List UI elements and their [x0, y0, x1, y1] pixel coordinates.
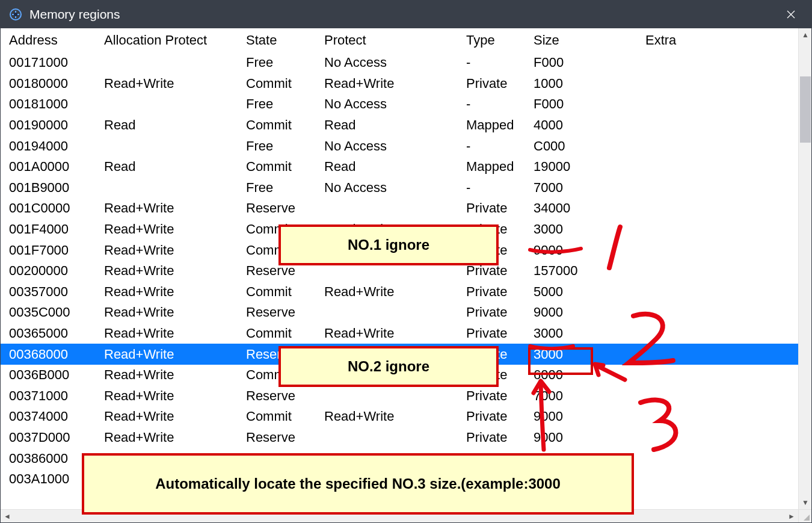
cell-address: 001F4000	[1, 221, 102, 237]
window-titlebar[interactable]: Memory regions	[1, 1, 811, 28]
cell-alloc: Read+Write	[102, 409, 244, 424]
table-row[interactable]: 001B9000FreeNo Access-7000	[1, 178, 798, 199]
cell-size: 9000	[531, 430, 643, 445]
cell-address: 00181000	[1, 96, 102, 112]
col-address[interactable]: Address	[1, 32, 102, 48]
cell-type: Private	[464, 409, 531, 424]
cell-alloc: Read+Write	[102, 430, 244, 445]
cell-state: Reserve	[244, 430, 322, 445]
scroll-up-icon[interactable]: ▲	[799, 28, 812, 42]
svg-point-3	[14, 13, 17, 16]
cell-address: 001F7000	[1, 243, 102, 258]
table-row[interactable]: 0037D000Read+WriteReservePrivate9000	[1, 427, 798, 448]
app-icon	[8, 7, 23, 22]
cell-protect: Read+Write	[322, 284, 464, 300]
table-row[interactable]: 00194000FreeNo Access-C000	[1, 135, 798, 156]
cell-size: 7000	[531, 388, 643, 404]
cell-size: 7000	[531, 180, 643, 196]
cell-type: Private	[464, 430, 531, 445]
col-protect[interactable]: Protect	[322, 32, 464, 48]
memory-table-viewport[interactable]: Address Allocation Protect State Protect…	[1, 28, 798, 509]
table-row[interactable]: 00171000FreeNo Access-F000	[1, 52, 798, 73]
table-row[interactable]: 001C0000Read+WriteReservePrivate34000	[1, 198, 798, 219]
cell-address: 0036B000	[1, 367, 102, 383]
cell-size: F000	[531, 96, 643, 112]
table-row[interactable]: 00365000Read+WriteCommitRead+WritePrivat…	[1, 323, 798, 344]
cell-alloc: Read+Write	[102, 284, 244, 300]
cell-size: 3000	[531, 326, 643, 341]
annotation-highlight-size	[528, 347, 593, 375]
table-row[interactable]: 00180000Read+WriteCommitRead+WritePrivat…	[1, 73, 798, 94]
vertical-scrollbar[interactable]: ▲ ▼	[798, 28, 811, 509]
close-button[interactable]	[778, 1, 804, 28]
table-row[interactable]: 00357000Read+WriteCommitRead+WritePrivat…	[1, 282, 798, 303]
col-size[interactable]: Size	[531, 32, 643, 48]
annotation-box-1: NO.1 ignore	[278, 224, 499, 265]
table-row[interactable]: 00374000Read+WriteCommitRead+WritePrivat…	[1, 406, 798, 427]
cell-alloc: Read+Write	[102, 200, 244, 216]
scroll-left-icon[interactable]: ◄	[1, 510, 14, 523]
scroll-thumb[interactable]	[800, 76, 811, 143]
cell-size: 4000	[531, 117, 643, 133]
scroll-right-icon[interactable]: ►	[785, 510, 798, 523]
cell-address: 00374000	[1, 409, 102, 424]
table-row[interactable]: 00181000FreeNo Access-F000	[1, 94, 798, 115]
column-headers[interactable]: Address Allocation Protect State Protect…	[1, 28, 798, 52]
window-title: Memory regions	[29, 7, 778, 22]
cell-address: 001A0000	[1, 159, 102, 175]
cell-type: Private	[464, 200, 531, 216]
cell-type: Private	[464, 326, 531, 341]
cell-type: Private	[464, 263, 531, 279]
cell-size: F000	[531, 55, 643, 70]
cell-alloc: Read+Write	[102, 347, 244, 362]
cell-address: 00200000	[1, 263, 102, 279]
cell-type: Mapped	[464, 159, 531, 175]
cell-protect: No Access	[322, 138, 464, 154]
cell-alloc: Read+Write	[102, 76, 244, 91]
cell-address: 00194000	[1, 138, 102, 154]
cell-size: 34000	[531, 200, 643, 216]
cell-size: 3000	[531, 221, 643, 237]
cell-address: 00371000	[1, 388, 102, 404]
cell-alloc: Read	[102, 159, 244, 175]
cell-size: C000	[531, 138, 643, 154]
cell-size: 9000	[531, 243, 643, 258]
cell-address: 00180000	[1, 76, 102, 91]
cell-address: 0037D000	[1, 430, 102, 445]
scroll-down-icon[interactable]: ▼	[799, 496, 812, 509]
annotation-box-3: Automatically locate the specified NO.3 …	[82, 453, 634, 515]
table-row[interactable]: 00190000ReadCommitReadMapped4000	[1, 115, 798, 136]
cell-alloc: Read	[102, 117, 244, 133]
col-alloc-protect[interactable]: Allocation Protect	[102, 32, 244, 48]
cell-state: Reserve	[244, 388, 322, 404]
cell-type: -	[464, 55, 531, 70]
cell-type: Mapped	[464, 117, 531, 133]
cell-state: Commit	[244, 159, 322, 175]
cell-state: Free	[244, 55, 322, 70]
table-row[interactable]: 001A0000ReadCommitReadMapped19000	[1, 156, 798, 178]
resize-grip-icon[interactable]	[798, 509, 811, 522]
annotation-box-2: NO.2 ignore	[278, 346, 499, 387]
cell-size: 5000	[531, 284, 643, 300]
cell-state: Reserve	[244, 305, 322, 320]
client-area: Address Allocation Protect State Protect…	[1, 28, 811, 522]
col-type[interactable]: Type	[464, 32, 531, 48]
table-row[interactable]: 00371000Read+WriteReservePrivate7000	[1, 386, 798, 407]
cell-state: Reserve	[244, 263, 322, 279]
cell-size: 19000	[531, 159, 643, 175]
cell-type: Private	[464, 284, 531, 300]
cell-alloc: Read+Write	[102, 221, 244, 237]
cell-state: Commit	[244, 326, 322, 341]
table-row[interactable]: 0035C000Read+WriteReservePrivate9000	[1, 302, 798, 323]
cell-address: 0035C000	[1, 305, 102, 320]
cell-alloc: Read+Write	[102, 305, 244, 320]
cell-address: 00357000	[1, 284, 102, 300]
cell-alloc: Read+Write	[102, 367, 244, 383]
cell-state: Reserve	[244, 200, 322, 216]
cell-state: Free	[244, 138, 322, 154]
cell-state: Free	[244, 96, 322, 112]
col-extra[interactable]: Extra	[643, 32, 798, 48]
col-state[interactable]: State	[244, 32, 322, 48]
cell-type: -	[464, 138, 531, 154]
cell-protect: Read	[322, 117, 464, 133]
